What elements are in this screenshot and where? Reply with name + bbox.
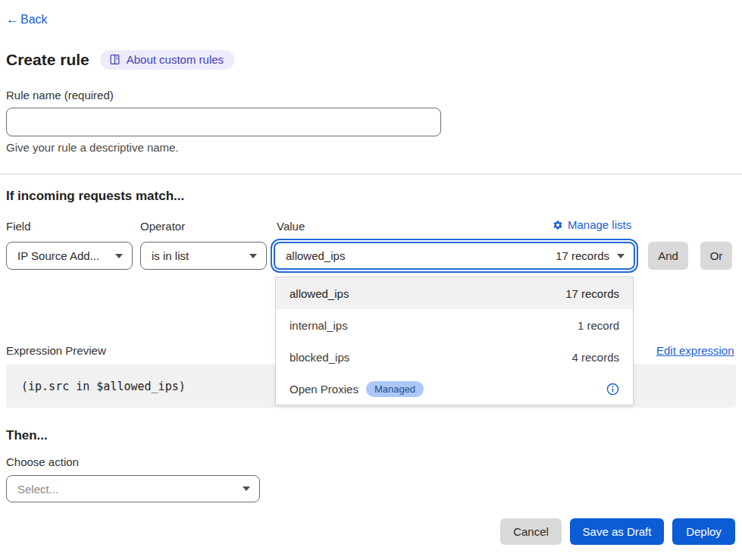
- action-select-placeholder: Select...: [17, 483, 235, 496]
- value-label: Value: [277, 220, 305, 233]
- edit-expression-link[interactable]: Edit expression: [656, 344, 734, 357]
- section-divider: [0, 174, 742, 174]
- action-select[interactable]: Select...: [6, 475, 260, 502]
- manage-lists-link[interactable]: Manage lists: [553, 218, 631, 231]
- list-name: allowed_ips: [290, 287, 565, 300]
- rule-name-input[interactable]: [6, 108, 441, 136]
- field-select-value: IP Source Add...: [17, 249, 108, 262]
- operator-select[interactable]: is in list: [140, 242, 267, 270]
- value-select-value: allowed_ips: [286, 249, 556, 262]
- back-link-label: Back: [20, 13, 48, 27]
- title-row: Create rule About custom rules: [6, 50, 234, 70]
- managed-badge: Managed: [366, 381, 424, 397]
- match-section-heading: If incoming requests match...: [6, 189, 184, 204]
- back-link[interactable]: ← Back: [6, 12, 48, 27]
- list-name: Open Proxies: [290, 383, 358, 396]
- chevron-down-icon: [115, 254, 123, 258]
- then-section-heading: Then...: [6, 428, 48, 443]
- operator-label: Operator: [140, 220, 185, 233]
- create-rule-page: ← Back Create rule About custom rules Ru…: [0, 0, 742, 560]
- deploy-button[interactable]: Deploy: [672, 518, 735, 545]
- chevron-down-icon: [243, 486, 250, 491]
- list-record-count: 4 records: [571, 351, 619, 364]
- dropdown-item-open-proxies[interactable]: Open Proxies Managed: [276, 373, 633, 405]
- book-icon: [109, 54, 121, 65]
- chevron-down-icon: [249, 254, 257, 258]
- manage-lists-label: Manage lists: [568, 218, 631, 231]
- field-label: Field: [6, 220, 31, 233]
- field-select[interactable]: IP Source Add...: [6, 242, 133, 270]
- cancel-button[interactable]: Cancel: [500, 518, 562, 545]
- about-custom-rules-link[interactable]: About custom rules: [100, 50, 234, 70]
- expression-preview-label: Expression Preview: [6, 344, 106, 357]
- save-as-draft-button[interactable]: Save as Draft: [570, 518, 664, 545]
- and-button[interactable]: And: [648, 242, 688, 270]
- back-arrow-icon: ←: [6, 12, 19, 27]
- dropdown-item-allowed-ips[interactable]: allowed_ips 17 records: [276, 277, 633, 309]
- rule-name-helper: Give your rule a descriptive name.: [6, 141, 179, 154]
- chevron-down-icon: [617, 254, 625, 258]
- expression-code: (ip.src in $allowed_ips): [21, 380, 186, 393]
- list-name: blocked_ips: [290, 351, 571, 364]
- list-record-count: 17 records: [565, 287, 619, 300]
- gear-icon: [553, 220, 563, 230]
- info-icon[interactable]: [606, 383, 619, 396]
- page-title: Create rule: [6, 51, 89, 69]
- list-record-count: 1 record: [578, 319, 619, 332]
- choose-action-label: Choose action: [6, 455, 79, 468]
- about-custom-rules-label: About custom rules: [127, 53, 224, 66]
- value-dropdown-panel: allowed_ips 17 records internal_ips 1 re…: [275, 277, 634, 405]
- dropdown-item-internal-ips[interactable]: internal_ips 1 record: [276, 309, 633, 341]
- rule-name-label: Rule name (required): [6, 89, 114, 102]
- list-name: internal_ips: [290, 319, 578, 332]
- value-select-meta: 17 records: [556, 249, 609, 262]
- value-select[interactable]: allowed_ips 17 records: [274, 242, 635, 270]
- dropdown-item-blocked-ips[interactable]: blocked_ips 4 records: [276, 341, 633, 373]
- operator-select-value: is in list: [152, 249, 242, 262]
- or-button[interactable]: Or: [700, 242, 732, 270]
